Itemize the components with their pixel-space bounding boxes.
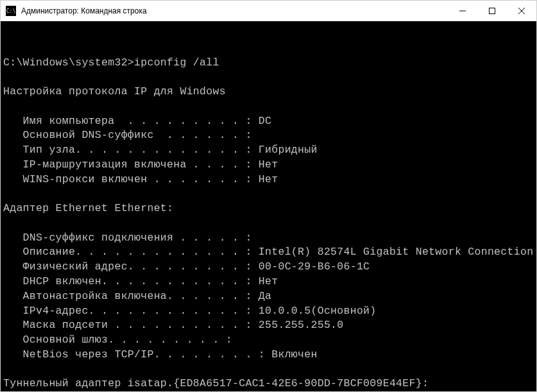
config-description: Описание. . . . . . . . . . . . . : Inte… [3, 246, 533, 258]
config-dhcp-enabled: DHCP включен. . . . . . . . . . . : Нет [3, 275, 278, 287]
config-wins-proxy: WINS-прокси включен . . . . . . . : Нет [3, 173, 278, 185]
prompt: C:\Windows\system32> [3, 56, 134, 69]
titlebar[interactable]: C:\ Администратор: Командная строка [1, 1, 536, 21]
config-ip-routing: IP-маршрутизация включена . . . . : Нет [3, 158, 278, 171]
config-node-type: Тип узла. . . . . . . . . . . . . : Гибр… [3, 144, 318, 156]
close-button[interactable] [507, 1, 536, 21]
adapter-ethernet-header: Адаптер Ethernet Ethernet: [3, 202, 173, 214]
minimize-icon [459, 8, 466, 14]
config-primary-dns: Основной DNS-суффикс . . . . . . : [3, 129, 252, 141]
config-subnet-mask: Маска подсети . . . . . . . . . . : 255.… [3, 319, 343, 331]
config-default-gateway: Основной шлюз. . . . . . . . . : [3, 334, 232, 346]
config-physical-address: Физический адрес. . . . . . . . . : 00-0… [3, 260, 370, 273]
window-title: Администратор: Командная строка [21, 6, 448, 15]
config-host-name: Имя компьютера . . . . . . . . . : DC [3, 115, 271, 127]
config-autoconfig: Автонастройка включена. . . . . . : Да [3, 290, 271, 302]
maximize-icon [489, 8, 495, 14]
terminal-output[interactable]: C:\Windows\system32>ipconfig /all Настро… [1, 21, 536, 391]
command-text: ipconfig /all [134, 56, 219, 69]
config-netbios: NetBios через TCP/IP. . . . . . . . : Вк… [3, 348, 318, 361]
config-dns-suffix: DNS-суффикс подключения . . . . . : [3, 232, 252, 244]
svg-rect-1 [490, 8, 495, 14]
cmd-window: C:\ Администратор: Командная строка C:\W… [0, 0, 537, 392]
adapter-tunnel-header: Туннельный адаптер isatap.{ED8A6517-CAC1… [3, 377, 429, 389]
maximize-button[interactable] [477, 1, 507, 21]
window-controls [448, 1, 536, 21]
section-header: Настройка протокола IP для Windows [3, 85, 226, 98]
cmd-icon: C:\ [6, 6, 16, 16]
config-ipv4-address: IPv4-адрес. . . . . . . . . . . . : 10.0… [3, 305, 377, 317]
minimize-button[interactable] [448, 1, 477, 21]
close-icon [518, 8, 525, 14]
